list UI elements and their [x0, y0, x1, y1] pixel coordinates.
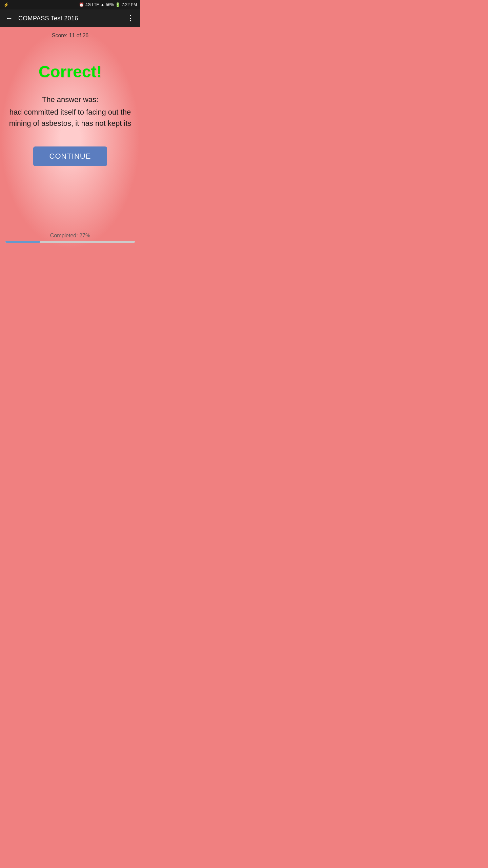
app-bar: ← COMPASS Test 2016 ⋮ [0, 9, 140, 27]
answer-body: had committed itself to facing out the m… [5, 106, 135, 129]
battery-label: 56% [106, 2, 114, 7]
battery-icon: 🔋 [115, 2, 120, 7]
status-left: ⚡ [3, 2, 9, 7]
progress-bar-background [5, 241, 135, 243]
status-right: ⏰ 4G LTE ▲ 56% 🔋 7:22 PM [79, 2, 137, 7]
main-content: Score: 11 of 26 Correct! The answer was:… [0, 27, 140, 250]
alarm-icon: ⏰ [79, 2, 84, 7]
continue-button[interactable]: CONTINUE [33, 146, 107, 166]
app-title: COMPASS Test 2016 [18, 15, 127, 22]
back-button[interactable]: ← [5, 14, 13, 23]
more-options-button[interactable]: ⋮ [127, 14, 135, 23]
network-label: 4G LTE [85, 2, 99, 7]
answer-prefix: The answer was: [42, 95, 98, 105]
correct-label: Correct! [39, 62, 102, 81]
status-bar: ⚡ ⏰ 4G LTE ▲ 56% 🔋 7:22 PM [0, 0, 140, 9]
score-label: Score: 11 of 26 [52, 33, 89, 39]
time-label: 7:22 PM [122, 2, 137, 7]
progress-bar-fill [5, 241, 40, 243]
signal-icon: ▲ [100, 2, 104, 7]
completed-label: Completed: 27% [50, 233, 90, 239]
progress-section: Completed: 27% [5, 233, 135, 243]
usb-icon: ⚡ [3, 2, 9, 7]
